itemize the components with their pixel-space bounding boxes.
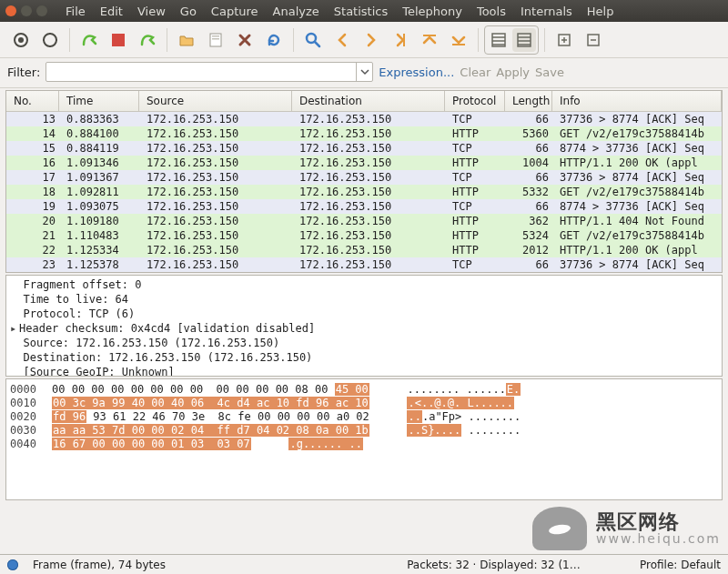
window-maximize-button[interactable] <box>36 5 47 16</box>
apply-button[interactable]: Apply <box>496 65 530 79</box>
menu-analyze[interactable]: Analyze <box>268 5 325 18</box>
start-capture-button[interactable] <box>76 26 103 54</box>
detail-line[interactable]: Time to live: 64 <box>10 292 718 307</box>
packet-details-pane[interactable]: Fragment offset: 0 Time to live: 64 Prot… <box>5 275 723 377</box>
menu-internals[interactable]: Internals <box>515 5 578 18</box>
filter-input[interactable] <box>46 65 356 79</box>
menu-view[interactable]: View <box>132 5 171 18</box>
main-toolbar <box>0 22 728 58</box>
clear-button[interactable]: Clear <box>460 65 490 79</box>
packet-row[interactable]: 161.091346172.16.253.150172.16.253.150HT… <box>6 156 722 170</box>
go-forward-button[interactable] <box>358 26 385 54</box>
packet-list-header: No. Time Source Destination Protocol Len… <box>6 91 722 112</box>
go-back-button[interactable] <box>329 26 356 54</box>
packet-row[interactable]: 191.093075172.16.253.150172.16.253.150TC… <box>6 199 722 214</box>
menubar: File Edit View Go Capture Analyze Statis… <box>0 0 728 22</box>
restart-capture-button[interactable] <box>134 26 161 54</box>
svg-point-1 <box>18 37 24 43</box>
hex-row[interactable]: 0020fd 96 93 61 22 46 70 3e 8c fe 00 00 … <box>10 410 718 424</box>
open-file-button[interactable] <box>173 26 200 54</box>
menu-telephony[interactable]: Telephony <box>397 5 468 18</box>
col-info[interactable]: Info <box>552 91 722 111</box>
status-profile[interactable]: Profile: Default <box>640 559 721 571</box>
goto-last-button[interactable] <box>445 26 472 54</box>
capture-options-button[interactable] <box>36 26 64 54</box>
watermark: 黑区网络 www.heiqu.com <box>532 507 721 550</box>
save-file-button[interactable] <box>202 26 229 54</box>
expand-icon[interactable]: ▸ <box>10 321 19 336</box>
packet-row[interactable]: 150.884119172.16.253.150172.16.253.150TC… <box>6 141 722 156</box>
svg-rect-5 <box>212 35 219 37</box>
window-controls <box>5 5 47 16</box>
watermark-logo-icon <box>532 507 587 550</box>
detail-line[interactable]: Protocol: TCP (6) <box>10 307 718 321</box>
menu-edit[interactable]: Edit <box>95 5 128 18</box>
svg-rect-3 <box>112 34 125 46</box>
detail-line[interactable]: Destination: 172.16.253.150 (172.16.253.… <box>10 350 718 365</box>
zoom-in-button[interactable] <box>551 26 578 54</box>
status-bar: Frame (frame), 74 bytes Packets: 32 · Di… <box>0 554 728 574</box>
watermark-text: 黑区网络 www.heiqu.com <box>596 511 721 546</box>
expert-info-icon[interactable] <box>7 559 18 570</box>
col-dest[interactable]: Destination <box>292 91 445 111</box>
packet-row[interactable]: 221.125334172.16.253.150172.16.253.150HT… <box>6 243 722 257</box>
packet-row[interactable]: 130.883363172.16.253.150172.16.253.150TC… <box>6 112 722 126</box>
packet-row[interactable]: 201.109180172.16.253.150172.16.253.150HT… <box>6 214 722 228</box>
col-source[interactable]: Source <box>139 91 292 111</box>
reload-button[interactable] <box>260 26 288 54</box>
menu-file[interactable]: File <box>60 5 91 18</box>
packet-row[interactable]: 181.092811172.16.253.150172.16.253.150HT… <box>6 185 722 199</box>
detail-line-expandable[interactable]: ▸Header checksum: 0x4cd4 [validation dis… <box>10 321 718 336</box>
status-packets: Packets: 32 · Displayed: 32 (1… <box>407 559 581 571</box>
goto-first-button[interactable] <box>416 26 443 54</box>
filter-combo[interactable] <box>46 62 373 82</box>
auto-scroll-button[interactable] <box>512 28 536 52</box>
menu-help[interactable]: Help <box>581 5 620 18</box>
window-close-button[interactable] <box>5 5 16 16</box>
menu-capture[interactable]: Capture <box>206 5 264 18</box>
menu-statistics[interactable]: Statistics <box>329 5 393 18</box>
colorize-group <box>484 25 539 55</box>
packet-row[interactable]: 231.125378172.16.253.150172.16.253.150TC… <box>6 257 722 272</box>
packet-list-body[interactable]: 130.883363172.16.253.150172.16.253.150TC… <box>6 112 722 272</box>
interfaces-button[interactable] <box>7 26 35 54</box>
hex-row[interactable]: 000000 00 00 00 00 00 00 00 00 00 00 00 … <box>10 383 718 397</box>
status-frame: Frame (frame), 74 bytes <box>33 559 166 571</box>
filter-bar: Filter: Expression... Clear Apply Save <box>0 58 728 88</box>
colorize-packets-button[interactable] <box>487 28 511 52</box>
goto-packet-button[interactable] <box>387 26 414 54</box>
menu-go[interactable]: Go <box>175 5 202 18</box>
menu-tools[interactable]: Tools <box>471 5 511 18</box>
detail-line[interactable]: Fragment offset: 0 <box>10 277 718 292</box>
detail-line[interactable]: [Source GeoIP: Unknown] <box>10 365 718 377</box>
packet-row[interactable]: 171.091367172.16.253.150172.16.253.150TC… <box>6 170 722 185</box>
stop-capture-button[interactable] <box>105 26 132 54</box>
svg-point-2 <box>44 34 56 46</box>
filter-dropdown-icon[interactable] <box>356 63 372 81</box>
zoom-out-button[interactable] <box>580 26 607 54</box>
hex-row[interactable]: 0030aa aa 53 7d 00 00 02 04 ff d7 04 02 … <box>10 424 718 438</box>
hex-row[interactable]: 004016 67 00 00 00 00 01 03 03 07 .g....… <box>10 438 718 451</box>
col-proto[interactable]: Protocol <box>445 91 505 111</box>
hex-row[interactable]: 001000 3c 9a 99 40 00 40 06 4c d4 ac 10 … <box>10 397 718 410</box>
expression-button[interactable]: Expression... <box>379 65 454 79</box>
detail-line[interactable]: Source: 172.16.253.150 (172.16.253.150) <box>10 336 718 350</box>
packet-bytes-pane[interactable]: 000000 00 00 00 00 00 00 00 00 00 00 00 … <box>5 378 723 500</box>
find-packet-button[interactable] <box>299 26 327 54</box>
col-no[interactable]: No. <box>6 91 59 111</box>
close-file-button[interactable] <box>231 26 258 54</box>
packet-row[interactable]: 140.884100172.16.253.150172.16.253.150HT… <box>6 126 722 141</box>
packet-row[interactable]: 211.110483172.16.253.150172.16.253.150HT… <box>6 228 722 243</box>
filter-label: Filter: <box>7 65 40 79</box>
window-minimize-button[interactable] <box>21 5 32 16</box>
packet-list-pane: No. Time Source Destination Protocol Len… <box>5 90 723 273</box>
svg-rect-6 <box>212 38 219 40</box>
col-time[interactable]: Time <box>59 91 139 111</box>
col-length[interactable]: Length <box>505 91 552 111</box>
save-filter-button[interactable]: Save <box>535 65 564 79</box>
